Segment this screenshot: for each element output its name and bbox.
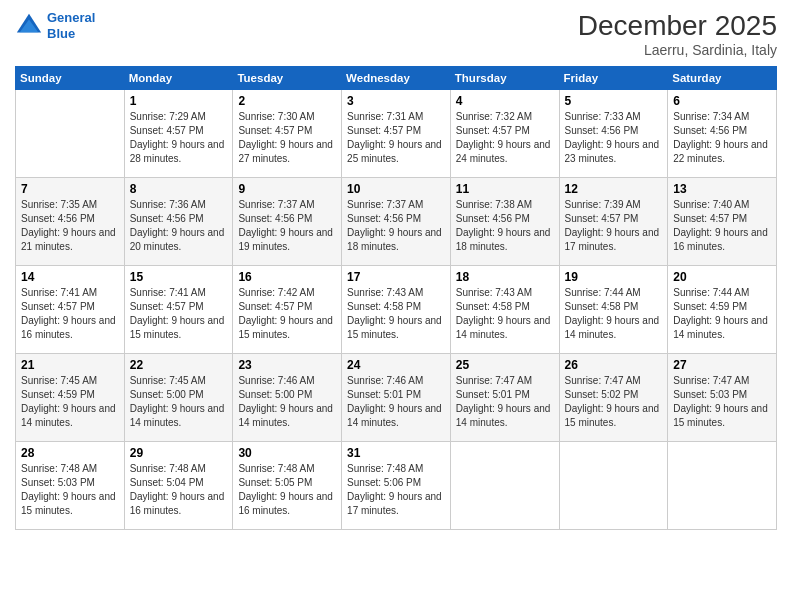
day-number: 8 — [130, 182, 228, 196]
calendar-cell — [668, 442, 777, 530]
day-info: Sunrise: 7:43 AMSunset: 4:58 PMDaylight:… — [347, 286, 445, 342]
day-info: Sunrise: 7:45 AMSunset: 5:00 PMDaylight:… — [130, 374, 228, 430]
day-number: 19 — [565, 270, 663, 284]
calendar-cell — [16, 90, 125, 178]
day-info: Sunrise: 7:30 AMSunset: 4:57 PMDaylight:… — [238, 110, 336, 166]
day-info: Sunrise: 7:46 AMSunset: 5:00 PMDaylight:… — [238, 374, 336, 430]
calendar-week-row: 14Sunrise: 7:41 AMSunset: 4:57 PMDayligh… — [16, 266, 777, 354]
day-number: 22 — [130, 358, 228, 372]
day-number: 24 — [347, 358, 445, 372]
day-number: 15 — [130, 270, 228, 284]
calendar-cell: 1Sunrise: 7:29 AMSunset: 4:57 PMDaylight… — [124, 90, 233, 178]
month-title: December 2025 — [578, 10, 777, 42]
calendar-cell: 10Sunrise: 7:37 AMSunset: 4:56 PMDayligh… — [342, 178, 451, 266]
day-number: 23 — [238, 358, 336, 372]
weekday-header: Thursday — [450, 67, 559, 90]
logo-line1: General — [47, 10, 95, 25]
logo-line2: Blue — [47, 26, 75, 41]
day-number: 11 — [456, 182, 554, 196]
weekday-header: Saturday — [668, 67, 777, 90]
calendar-cell: 20Sunrise: 7:44 AMSunset: 4:59 PMDayligh… — [668, 266, 777, 354]
day-info: Sunrise: 7:48 AMSunset: 5:06 PMDaylight:… — [347, 462, 445, 518]
day-number: 13 — [673, 182, 771, 196]
day-number: 25 — [456, 358, 554, 372]
day-info: Sunrise: 7:45 AMSunset: 4:59 PMDaylight:… — [21, 374, 119, 430]
weekday-header: Sunday — [16, 67, 125, 90]
calendar-cell: 23Sunrise: 7:46 AMSunset: 5:00 PMDayligh… — [233, 354, 342, 442]
day-number: 2 — [238, 94, 336, 108]
day-number: 29 — [130, 446, 228, 460]
day-info: Sunrise: 7:29 AMSunset: 4:57 PMDaylight:… — [130, 110, 228, 166]
day-number: 31 — [347, 446, 445, 460]
calendar-cell: 30Sunrise: 7:48 AMSunset: 5:05 PMDayligh… — [233, 442, 342, 530]
day-number: 17 — [347, 270, 445, 284]
calendar-cell: 19Sunrise: 7:44 AMSunset: 4:58 PMDayligh… — [559, 266, 668, 354]
day-number: 27 — [673, 358, 771, 372]
day-info: Sunrise: 7:38 AMSunset: 4:56 PMDaylight:… — [456, 198, 554, 254]
day-info: Sunrise: 7:34 AMSunset: 4:56 PMDaylight:… — [673, 110, 771, 166]
weekday-header: Monday — [124, 67, 233, 90]
day-number: 9 — [238, 182, 336, 196]
calendar-cell: 21Sunrise: 7:45 AMSunset: 4:59 PMDayligh… — [16, 354, 125, 442]
day-number: 16 — [238, 270, 336, 284]
day-number: 28 — [21, 446, 119, 460]
logo-text: General Blue — [47, 10, 95, 41]
day-number: 30 — [238, 446, 336, 460]
day-info: Sunrise: 7:48 AMSunset: 5:05 PMDaylight:… — [238, 462, 336, 518]
day-number: 3 — [347, 94, 445, 108]
day-info: Sunrise: 7:47 AMSunset: 5:02 PMDaylight:… — [565, 374, 663, 430]
calendar-cell — [450, 442, 559, 530]
day-info: Sunrise: 7:41 AMSunset: 4:57 PMDaylight:… — [21, 286, 119, 342]
calendar-cell: 2Sunrise: 7:30 AMSunset: 4:57 PMDaylight… — [233, 90, 342, 178]
calendar-cell: 24Sunrise: 7:46 AMSunset: 5:01 PMDayligh… — [342, 354, 451, 442]
calendar-cell: 17Sunrise: 7:43 AMSunset: 4:58 PMDayligh… — [342, 266, 451, 354]
day-number: 4 — [456, 94, 554, 108]
day-info: Sunrise: 7:44 AMSunset: 4:59 PMDaylight:… — [673, 286, 771, 342]
calendar-header-row: SundayMondayTuesdayWednesdayThursdayFrid… — [16, 67, 777, 90]
day-number: 7 — [21, 182, 119, 196]
calendar-cell: 5Sunrise: 7:33 AMSunset: 4:56 PMDaylight… — [559, 90, 668, 178]
header: General Blue December 2025 Laerru, Sardi… — [15, 10, 777, 58]
weekday-header: Tuesday — [233, 67, 342, 90]
day-info: Sunrise: 7:31 AMSunset: 4:57 PMDaylight:… — [347, 110, 445, 166]
calendar-cell: 9Sunrise: 7:37 AMSunset: 4:56 PMDaylight… — [233, 178, 342, 266]
day-number: 26 — [565, 358, 663, 372]
calendar-week-row: 1Sunrise: 7:29 AMSunset: 4:57 PMDaylight… — [16, 90, 777, 178]
calendar-week-row: 21Sunrise: 7:45 AMSunset: 4:59 PMDayligh… — [16, 354, 777, 442]
day-number: 10 — [347, 182, 445, 196]
weekday-header: Friday — [559, 67, 668, 90]
day-info: Sunrise: 7:35 AMSunset: 4:56 PMDaylight:… — [21, 198, 119, 254]
weekday-header: Wednesday — [342, 67, 451, 90]
calendar-cell: 16Sunrise: 7:42 AMSunset: 4:57 PMDayligh… — [233, 266, 342, 354]
calendar-cell: 31Sunrise: 7:48 AMSunset: 5:06 PMDayligh… — [342, 442, 451, 530]
day-info: Sunrise: 7:42 AMSunset: 4:57 PMDaylight:… — [238, 286, 336, 342]
day-number: 18 — [456, 270, 554, 284]
calendar-cell: 26Sunrise: 7:47 AMSunset: 5:02 PMDayligh… — [559, 354, 668, 442]
calendar-cell: 27Sunrise: 7:47 AMSunset: 5:03 PMDayligh… — [668, 354, 777, 442]
day-info: Sunrise: 7:40 AMSunset: 4:57 PMDaylight:… — [673, 198, 771, 254]
logo: General Blue — [15, 10, 95, 41]
calendar-cell: 29Sunrise: 7:48 AMSunset: 5:04 PMDayligh… — [124, 442, 233, 530]
calendar-cell: 3Sunrise: 7:31 AMSunset: 4:57 PMDaylight… — [342, 90, 451, 178]
calendar-cell — [559, 442, 668, 530]
calendar-cell: 6Sunrise: 7:34 AMSunset: 4:56 PMDaylight… — [668, 90, 777, 178]
calendar-cell: 15Sunrise: 7:41 AMSunset: 4:57 PMDayligh… — [124, 266, 233, 354]
calendar-cell: 18Sunrise: 7:43 AMSunset: 4:58 PMDayligh… — [450, 266, 559, 354]
day-number: 1 — [130, 94, 228, 108]
calendar: SundayMondayTuesdayWednesdayThursdayFrid… — [15, 66, 777, 530]
calendar-cell: 13Sunrise: 7:40 AMSunset: 4:57 PMDayligh… — [668, 178, 777, 266]
calendar-cell: 25Sunrise: 7:47 AMSunset: 5:01 PMDayligh… — [450, 354, 559, 442]
calendar-cell: 14Sunrise: 7:41 AMSunset: 4:57 PMDayligh… — [16, 266, 125, 354]
calendar-cell: 22Sunrise: 7:45 AMSunset: 5:00 PMDayligh… — [124, 354, 233, 442]
calendar-week-row: 28Sunrise: 7:48 AMSunset: 5:03 PMDayligh… — [16, 442, 777, 530]
location: Laerru, Sardinia, Italy — [578, 42, 777, 58]
day-number: 6 — [673, 94, 771, 108]
day-number: 12 — [565, 182, 663, 196]
day-info: Sunrise: 7:47 AMSunset: 5:03 PMDaylight:… — [673, 374, 771, 430]
day-number: 20 — [673, 270, 771, 284]
logo-icon — [15, 12, 43, 40]
calendar-cell: 7Sunrise: 7:35 AMSunset: 4:56 PMDaylight… — [16, 178, 125, 266]
day-info: Sunrise: 7:36 AMSunset: 4:56 PMDaylight:… — [130, 198, 228, 254]
calendar-cell: 12Sunrise: 7:39 AMSunset: 4:57 PMDayligh… — [559, 178, 668, 266]
calendar-week-row: 7Sunrise: 7:35 AMSunset: 4:56 PMDaylight… — [16, 178, 777, 266]
